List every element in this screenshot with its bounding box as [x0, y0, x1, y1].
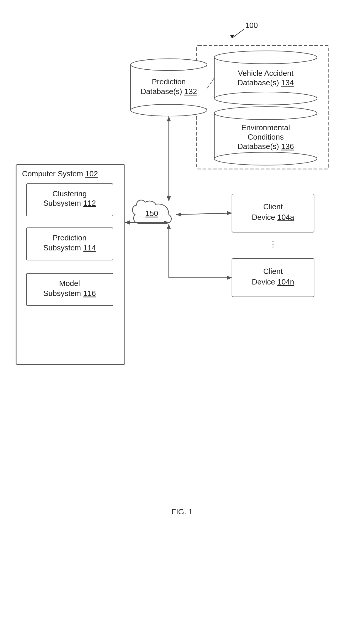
vehicle-accident-db-label: Vehicle Accident: [238, 69, 294, 78]
network-cloud: 150: [132, 200, 171, 223]
environmental-db-label3: Database(s) 136: [237, 142, 294, 151]
svg-marker-18: [167, 196, 171, 201]
diagram-container: 100 Vehicle Accident Database(s) 134 Env…: [0, 0, 364, 636]
client-device-n-label2: Device 104n: [252, 277, 294, 286]
model-subsystem-label2: Subsystem 116: [43, 289, 96, 298]
client-device-a-label1: Client: [263, 202, 283, 211]
svg-point-8: [214, 107, 317, 120]
prediction-db-label1: Prediction: [152, 77, 186, 86]
prediction-db-label2: Database(s) 132: [141, 87, 197, 96]
svg-point-3: [214, 51, 317, 64]
svg-point-14: [131, 104, 207, 116]
figure-caption: FIG. 1: [171, 507, 193, 516]
svg-marker-30: [167, 224, 171, 229]
svg-point-13: [131, 59, 207, 71]
prediction-subsystem-label2: Subsystem 114: [43, 243, 96, 252]
figure-ref-100: 100: [245, 21, 258, 30]
svg-marker-21: [125, 220, 130, 225]
prediction-subsystem-label1: Prediction: [53, 233, 87, 242]
environmental-db-label1: Environmental: [241, 123, 290, 132]
environmental-db-label2: Conditions: [248, 133, 284, 141]
model-subsystem-label1: Model: [59, 279, 80, 288]
svg-point-4: [214, 92, 317, 105]
svg-marker-25: [227, 211, 232, 215]
client-device-a-label2: Device 104a: [252, 213, 294, 222]
clustering-label2: Subsystem 112: [43, 199, 96, 207]
ellipsis: ⋮: [269, 240, 277, 249]
network-label: 150: [145, 209, 158, 218]
svg-point-9: [214, 152, 317, 165]
client-device-n-label1: Client: [263, 267, 283, 276]
vehicle-accident-db-label2: Database(s) 134: [237, 78, 294, 87]
svg-line-0: [232, 29, 244, 38]
svg-line-24: [176, 213, 232, 215]
db-connection-dashed: [207, 78, 214, 88]
clustering-label1: Clustering: [52, 189, 87, 198]
svg-marker-26: [176, 212, 181, 217]
svg-marker-29: [227, 276, 232, 280]
computer-system-label: Computer System 102: [22, 169, 98, 178]
svg-marker-19: [167, 116, 171, 121]
